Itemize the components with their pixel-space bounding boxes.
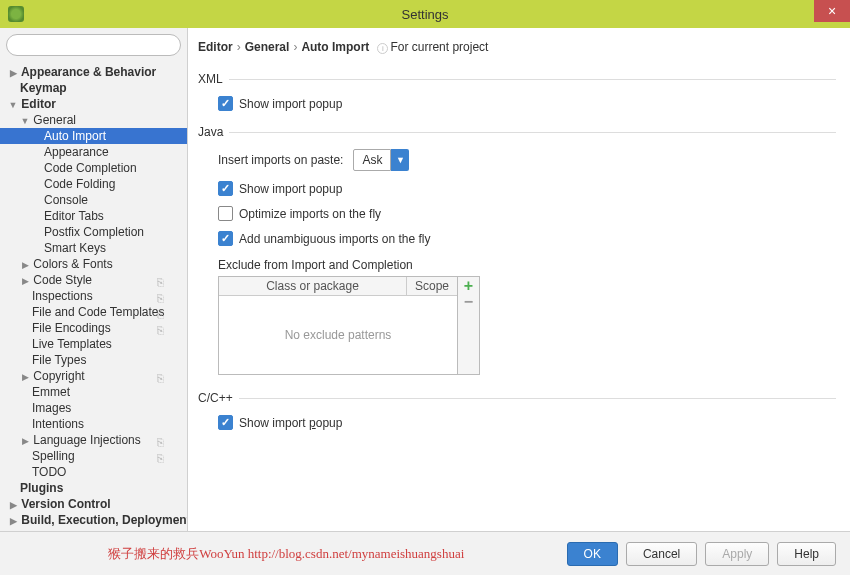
- unambiguous-checkbox[interactable]: [218, 231, 233, 246]
- insert-imports-value: Ask: [353, 149, 391, 171]
- tree-copyright[interactable]: ▶ Copyright⎘: [0, 368, 187, 384]
- tree-appearance-behavior[interactable]: ▶ Appearance & Behavior: [0, 64, 187, 80]
- crumb-general[interactable]: General: [245, 40, 290, 54]
- crumb-editor[interactable]: Editor: [198, 40, 233, 54]
- tree-console[interactable]: Console: [0, 192, 187, 208]
- tree-version-control[interactable]: ▶ Version Control: [0, 496, 187, 512]
- tree-file-types[interactable]: File Types: [0, 352, 187, 368]
- tree-file-code-templates[interactable]: File and Code Templates⎘: [0, 304, 187, 320]
- help-button[interactable]: Help: [777, 542, 836, 566]
- tree-intentions[interactable]: Intentions: [0, 416, 187, 432]
- tree-code-completion[interactable]: Code Completion: [0, 160, 187, 176]
- remove-icon[interactable]: −: [464, 295, 473, 309]
- table-toolbar: + −: [458, 276, 480, 375]
- ccpp-show-popup-label: Show import popup: [239, 416, 342, 430]
- tree-todo[interactable]: TODO: [0, 464, 187, 480]
- tree-code-style[interactable]: ▶ Code Style⎘: [0, 272, 187, 288]
- tree-appearance[interactable]: Appearance: [0, 144, 187, 160]
- add-icon[interactable]: +: [464, 279, 473, 293]
- section-xml: XML: [198, 72, 836, 86]
- tree-code-folding[interactable]: Code Folding: [0, 176, 187, 192]
- insert-imports-select[interactable]: Ask ▼: [353, 149, 409, 171]
- th-class[interactable]: Class or package: [219, 277, 407, 295]
- watermark: 猴子搬来的救兵WooYun http://blog.csdn.net/mynam…: [14, 545, 559, 563]
- project-icon: ⎘: [157, 434, 169, 446]
- crumb-auto-import: Auto Import: [301, 40, 369, 54]
- section-java: Java: [198, 125, 836, 139]
- xml-show-popup-checkbox[interactable]: [218, 96, 233, 111]
- optimize-checkbox[interactable]: [218, 206, 233, 221]
- project-icon: ⎘: [157, 450, 169, 462]
- settings-tree: ▶ Appearance & Behavior Keymap ▼ Editor …: [0, 62, 187, 531]
- breadcrumb: Editor › General › Auto Import iFor curr…: [198, 36, 836, 58]
- window-title: Settings: [402, 7, 449, 22]
- tree-keymap[interactable]: Keymap: [0, 80, 187, 96]
- table-empty: No exclude patterns: [219, 296, 457, 374]
- dropdown-icon[interactable]: ▼: [391, 149, 409, 171]
- project-icon: ⎘: [157, 306, 169, 318]
- tree-colors-fonts[interactable]: ▶ Colors & Fonts: [0, 256, 187, 272]
- close-button[interactable]: ×: [814, 0, 850, 22]
- exclude-table[interactable]: Class or package Scope No exclude patter…: [218, 276, 458, 375]
- tree-plugins[interactable]: Plugins: [0, 480, 187, 496]
- project-icon: ⎘: [157, 290, 169, 302]
- unambiguous-label: Add unambiguous imports on the fly: [239, 232, 430, 246]
- tree-images[interactable]: Images: [0, 400, 187, 416]
- tree-spelling[interactable]: Spelling⎘: [0, 448, 187, 464]
- project-icon: ⎘: [157, 274, 169, 286]
- tree-build[interactable]: ▶ Build, Execution, Deployment: [0, 512, 187, 528]
- cancel-button[interactable]: Cancel: [626, 542, 697, 566]
- th-scope[interactable]: Scope: [407, 277, 457, 295]
- footer: 猴子搬来的救兵WooYun http://blog.csdn.net/mynam…: [0, 531, 850, 575]
- tree-live-templates[interactable]: Live Templates: [0, 336, 187, 352]
- tree-postfix-completion[interactable]: Postfix Completion: [0, 224, 187, 240]
- java-show-popup-checkbox[interactable]: [218, 181, 233, 196]
- java-show-popup-label: Show import popup: [239, 182, 342, 196]
- app-icon: [8, 6, 24, 22]
- search-input[interactable]: [6, 34, 181, 56]
- section-ccpp: C/C++: [198, 391, 836, 405]
- ok-button[interactable]: OK: [567, 542, 618, 566]
- ccpp-show-popup-row[interactable]: Show import popup: [218, 415, 836, 430]
- tree-smart-keys[interactable]: Smart Keys: [0, 240, 187, 256]
- unambiguous-row[interactable]: Add unambiguous imports on the fly: [218, 231, 836, 246]
- tree-file-encodings[interactable]: File Encodings⎘: [0, 320, 187, 336]
- titlebar: Settings ×: [0, 0, 850, 28]
- tree-language-injections[interactable]: ▶ Language Injections⎘: [0, 432, 187, 448]
- tree-auto-import[interactable]: Auto Import: [0, 128, 187, 144]
- optimize-row[interactable]: Optimize imports on the fly: [218, 206, 836, 221]
- xml-show-popup-row[interactable]: Show import popup: [218, 96, 836, 111]
- insert-imports-label: Insert imports on paste:: [218, 153, 343, 167]
- tree-emmet[interactable]: Emmet: [0, 384, 187, 400]
- tree-inspections[interactable]: Inspections⎘: [0, 288, 187, 304]
- apply-button[interactable]: Apply: [705, 542, 769, 566]
- tree-editor[interactable]: ▼ Editor: [0, 96, 187, 112]
- project-hint: iFor current project: [377, 40, 488, 54]
- project-icon: ⎘: [157, 322, 169, 334]
- project-icon: ⎘: [157, 370, 169, 382]
- optimize-label: Optimize imports on the fly: [239, 207, 381, 221]
- xml-show-popup-label: Show import popup: [239, 97, 342, 111]
- tree-general[interactable]: ▼ General: [0, 112, 187, 128]
- sidebar: 🔍 ▶ Appearance & Behavior Keymap ▼ Edito…: [0, 28, 188, 531]
- insert-imports-row: Insert imports on paste: Ask ▼: [218, 149, 836, 171]
- tree-editor-tabs[interactable]: Editor Tabs: [0, 208, 187, 224]
- content-panel: Editor › General › Auto Import iFor curr…: [188, 28, 850, 531]
- ccpp-show-popup-checkbox[interactable]: [218, 415, 233, 430]
- exclude-label: Exclude from Import and Completion: [218, 258, 836, 272]
- java-show-popup-row[interactable]: Show import popup: [218, 181, 836, 196]
